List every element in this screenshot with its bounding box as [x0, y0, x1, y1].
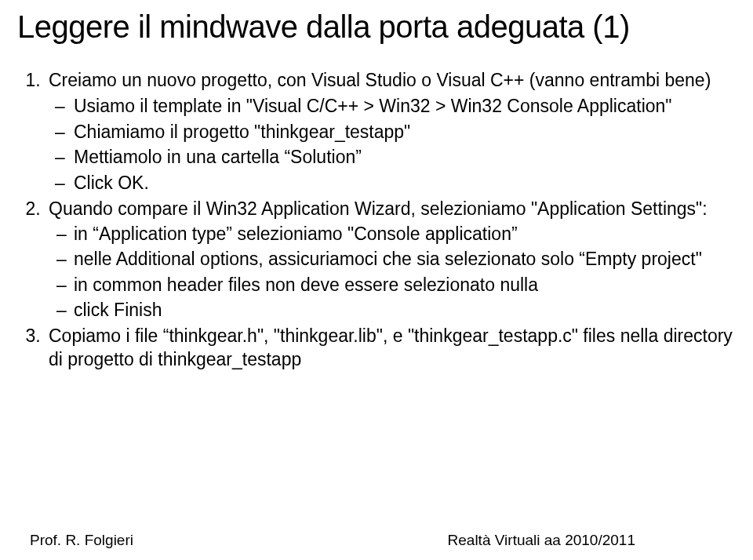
step-2-text: Quando compare il Win32 Application Wiza… [49, 198, 708, 219]
step-2-item-text: in “Application type” selezioniamo "Cons… [74, 224, 518, 244]
step-2-item: in common header files non deve essere s… [52, 274, 736, 296]
step-2: Quando compare il Win32 Application Wiza… [45, 198, 736, 322]
step-1-item: Click OK. [52, 172, 736, 195]
step-2-item-text: in common header files non deve essere s… [74, 275, 538, 295]
numbered-list: Creiamo un nuovo progetto, con Visual St… [17, 69, 736, 371]
slide-title: Leggere il mindwave dalla porta adeguata… [17, 8, 736, 45]
step-1-sublist: Usiamo il template in "Visual C/C++ > Wi… [49, 95, 736, 195]
slide-body: Creiamo un nuovo progetto, con Visual St… [17, 69, 736, 371]
footer-author: Prof. R. Folgieri [30, 532, 133, 549]
step-1-item-text: Mettiamolo in una cartella “Solution” [74, 147, 362, 167]
step-1-item-text: Usiamo il template in "Visual C/C++ > Wi… [74, 96, 672, 116]
step-3: Copiamo i file “thinkgear.h", "thinkgear… [45, 325, 736, 371]
step-1-item: Chiamiamo il progetto "thinkgear_testapp… [52, 121, 736, 144]
step-1-item: Usiamo il template in "Visual C/C++ > Wi… [52, 95, 736, 118]
step-2-item: in “Application type” selezioniamo "Cons… [52, 223, 736, 245]
step-2-item-text: click Finish [74, 300, 162, 320]
step-2-item: nelle Additional options, assicuriamoci … [52, 248, 736, 271]
slide: Leggere il mindwave dalla porta adeguata… [0, 0, 753, 560]
step-2-item: click Finish [52, 299, 736, 322]
step-2-sublist: in “Application type” selezioniamo "Cons… [49, 223, 736, 322]
step-1-item: Mettiamolo in una cartella “Solution” [52, 146, 736, 169]
footer-course: Realtà Virtuali aa 2010/2011 [448, 532, 635, 549]
step-1: Creiamo un nuovo progetto, con Visual St… [45, 69, 736, 195]
step-2-item-text: nelle Additional options, assicuriamoci … [74, 249, 702, 269]
step-3-text: Copiamo i file “thinkgear.h", "thinkgear… [49, 325, 733, 369]
step-1-item-text: Chiamiamo il progetto "thinkgear_testapp… [74, 122, 410, 142]
step-1-item-text: Click OK. [74, 173, 149, 193]
step-1-text: Creiamo un nuovo progetto, con Visual St… [49, 70, 711, 90]
